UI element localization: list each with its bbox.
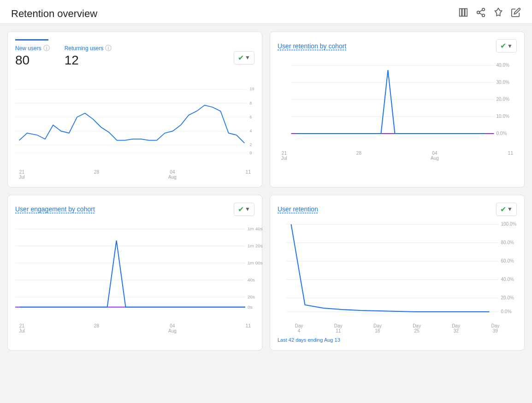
svg-text:0.0%: 0.0%: [501, 309, 512, 314]
ur-x-day39: Day 39: [491, 323, 499, 333]
user-retention-chart: 100.0% 80.0% 60.0% 40.0% 20.0% 0.0% Day …: [278, 220, 517, 343]
dropdown-arrow-icon-2: ▼: [507, 43, 513, 49]
user-retention-x-labels: Day 4 Day 11 Day 18 Day 25 Day 32: [278, 323, 517, 333]
rc-x-28: 28: [356, 151, 361, 161]
retention-cohort-card: User retention by cohort ✔ ▼ 40.0% 30.0%…: [270, 31, 525, 187]
svg-rect-0: [460, 9, 462, 17]
engagement-cohort-svg: 1m 40s 1m 20s 1m 00s 40s 20s 0s: [15, 220, 254, 321]
user-retention-card: User retention ✔ ▼ 100.0% 80.0% 60.: [270, 195, 525, 350]
user-retention-svg: 100.0% 80.0% 60.0% 40.0% 20.0% 0.0%: [278, 220, 517, 321]
eng-x-jul21: 21 Jul: [19, 323, 25, 333]
users-chart: 10 8 6 4 2 0 21 Jul 28 04: [15, 75, 254, 180]
svg-text:20.0%: 20.0%: [497, 97, 509, 102]
engagement-cohort-card: User engagement by cohort ✔ ▼ 1m 40s 1m …: [7, 195, 262, 350]
user-retention-check-button[interactable]: ✔ ▼: [496, 203, 517, 216]
svg-text:6: 6: [250, 115, 252, 119]
x-label-11: 11: [246, 169, 251, 180]
retention-cohort-check-button[interactable]: ✔ ▼: [496, 39, 517, 53]
rc-x-11: 11: [508, 151, 513, 161]
svg-text:40.0%: 40.0%: [501, 277, 514, 282]
check-circle-icon-4: ✔: [500, 205, 506, 214]
svg-text:80.0%: 80.0%: [501, 240, 514, 245]
check-circle-icon-2: ✔: [500, 41, 506, 50]
x-label-aug04: 04 Aug: [168, 169, 177, 180]
check-circle-icon-3: ✔: [238, 205, 244, 214]
dashboard: New users ⓘ 80 Returning users ⓘ 12 ✔ ▼: [0, 24, 532, 358]
dropdown-arrow-icon-4: ▼: [507, 206, 513, 212]
retention-cohort-x-labels: 21 Jul 28 04 Aug 11: [278, 151, 517, 161]
retention-cohort-svg: 40.0% 30.0% 20.0% 10.0% 0.0%: [278, 56, 517, 148]
columns-icon[interactable]: [458, 7, 468, 20]
users-card-header: New users ⓘ 80 Returning users ⓘ 12 ✔ ▼: [15, 44, 254, 71]
svg-text:1m 20s: 1m 20s: [248, 243, 263, 248]
user-retention-footnote: Last 42 days ending Aug 13: [278, 337, 517, 343]
svg-rect-2: [465, 9, 467, 17]
returning-users-info-icon[interactable]: ⓘ: [105, 44, 112, 53]
svg-text:1m 40s: 1m 40s: [248, 226, 263, 231]
eng-x-aug04: 04 Aug: [168, 323, 177, 333]
svg-text:1m 00s: 1m 00s: [248, 260, 263, 265]
ur-x-day11: Day 11: [334, 323, 343, 333]
users-x-labels: 21 Jul 28 04 Aug 11: [15, 169, 254, 180]
svg-point-3: [482, 8, 485, 11]
ur-x-day25: Day 25: [413, 323, 421, 333]
header-icons: [458, 7, 521, 20]
new-users-label-row: New users ⓘ: [15, 44, 50, 53]
user-retention-header: User retention ✔ ▼: [278, 203, 517, 216]
check-circle-icon: ✔: [238, 53, 244, 62]
engagement-cohort-header: User engagement by cohort ✔ ▼: [15, 203, 254, 216]
users-overview-card: New users ⓘ 80 Returning users ⓘ 12 ✔ ▼: [7, 31, 262, 187]
svg-text:10: 10: [250, 87, 254, 91]
eng-x-28: 28: [94, 323, 99, 333]
svg-point-4: [477, 11, 480, 14]
users-chart-svg: 10 8 6 4 2 0: [15, 75, 254, 167]
share-icon[interactable]: [476, 7, 486, 20]
engagement-cohort-title: User engagement by cohort: [15, 205, 95, 213]
user-retention-controls: ✔ ▼: [496, 203, 517, 216]
user-retention-title: User retention: [278, 205, 318, 213]
users-check-button[interactable]: ✔ ▼: [234, 51, 254, 64]
returning-users-group: Returning users ⓘ 12: [65, 44, 112, 68]
pin-icon[interactable]: [493, 7, 503, 20]
returning-users-label: Returning users: [65, 45, 104, 52]
svg-text:40s: 40s: [248, 277, 255, 282]
rc-x-jul21: 21 Jul: [281, 151, 287, 161]
users-card-controls: ✔ ▼: [234, 51, 254, 64]
page-title: Retention overview: [11, 8, 97, 20]
engagement-cohort-controls: ✔ ▼: [234, 203, 254, 216]
ur-x-day32: Day 32: [452, 323, 460, 333]
retention-cohort-controls: ✔ ▼: [496, 39, 517, 53]
x-label-jul21: 21 Jul: [19, 169, 25, 180]
x-label-28: 28: [94, 169, 99, 180]
svg-rect-1: [462, 9, 465, 17]
retention-cohort-header: User retention by cohort ✔ ▼: [278, 39, 517, 53]
new-users-value: 80: [15, 53, 50, 68]
new-users-label: New users: [15, 45, 41, 52]
svg-text:20s: 20s: [248, 294, 255, 299]
engagement-cohort-check-button[interactable]: ✔ ▼: [234, 203, 254, 216]
svg-text:0.0%: 0.0%: [497, 131, 507, 136]
svg-text:4: 4: [250, 128, 252, 133]
svg-line-6: [479, 13, 482, 15]
eng-x-11: 11: [246, 323, 251, 333]
new-users-group: New users ⓘ 80: [15, 44, 50, 68]
svg-text:2: 2: [250, 142, 252, 147]
svg-text:60.0%: 60.0%: [501, 258, 514, 263]
metrics-row: New users ⓘ 80 Returning users ⓘ 12: [15, 44, 112, 68]
svg-line-7: [479, 10, 482, 12]
ur-x-day18: Day 18: [373, 323, 382, 333]
svg-text:0s: 0s: [248, 304, 253, 310]
engagement-cohort-chart: 1m 40s 1m 20s 1m 00s 40s 20s 0s 21 Jul 2…: [15, 220, 254, 333]
svg-text:100.0%: 100.0%: [501, 222, 517, 227]
ur-x-day4: Day 4: [295, 323, 303, 333]
svg-point-5: [482, 14, 485, 17]
svg-text:0: 0: [250, 151, 252, 155]
returning-users-label-row: Returning users ⓘ: [65, 44, 112, 53]
returning-users-value: 12: [65, 53, 112, 68]
svg-text:20.0%: 20.0%: [501, 295, 514, 300]
new-users-info-icon[interactable]: ⓘ: [43, 44, 50, 53]
page-header: Retention overview: [0, 0, 532, 24]
retention-cohort-title: User retention by cohort: [278, 42, 346, 50]
svg-text:40.0%: 40.0%: [497, 63, 509, 68]
edit-icon[interactable]: [511, 7, 521, 20]
